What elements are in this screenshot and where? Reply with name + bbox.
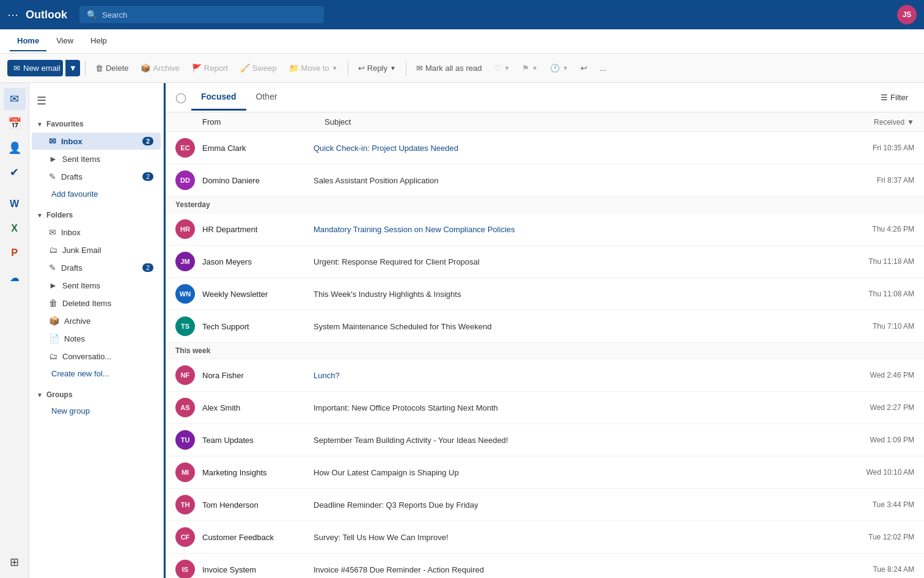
tab-other[interactable]: Other — [246, 84, 287, 111]
flag-button[interactable]: ⚑ ▼ — [517, 60, 543, 76]
email-row[interactable]: DDDomino DaniereSales Assistant Position… — [166, 164, 924, 197]
reply-icon: ↩ — [358, 64, 365, 73]
delete-button[interactable]: 🗑 Delete — [90, 60, 134, 76]
sidebar-icon-excel[interactable]: X — [4, 218, 26, 240]
email-received: Fri 10:35 AM — [835, 144, 914, 152]
tab-view[interactable]: View — [49, 31, 81, 51]
email-row[interactable]: ASAlex SmithImportant: New Office Protoc… — [166, 392, 924, 424]
select-all-check[interactable]: ◯ — [175, 92, 186, 103]
snooze-icon: 🕐 — [550, 64, 560, 73]
sidebar-icons: ✉ 📅 👤 ✔ W X P ☁ ⊞ — [0, 83, 29, 578]
nav-item-drafts-folder[interactable]: ✎ Drafts 2 — [32, 259, 161, 276]
email-received: Thu 11:18 AM — [835, 257, 914, 266]
email-row[interactable]: ECEmma ClarkQuick Check-in: Project Upda… — [166, 132, 924, 164]
like-button[interactable]: ♡ ▼ — [489, 60, 515, 76]
folders-label: Folders — [46, 211, 73, 219]
tab-help[interactable]: Help — [83, 31, 114, 51]
drafts-folder-icon: ✎ — [49, 263, 56, 273]
undo-button[interactable]: ↩ — [576, 60, 592, 76]
new-email-button[interactable]: ✉ New email — [7, 60, 63, 76]
nav-item-sent-folder[interactable]: ► Sent Items — [32, 277, 161, 294]
filter-icon: ☰ — [881, 93, 888, 102]
user-avatar[interactable]: JS — [897, 5, 917, 24]
tab-home[interactable]: Home — [10, 31, 46, 51]
email-subject: Survey: Tell Us How We Can Improve! — [314, 533, 827, 542]
avatar: TU — [175, 430, 195, 450]
email-from: Jason Meyers — [202, 257, 306, 266]
email-row[interactable]: NFNora FisherLunch?Wed 2:46 PM — [166, 359, 924, 392]
email-subject: System Maintenance Scheduled for This We… — [314, 322, 827, 331]
sidebar-icon-tasks[interactable]: ✔ — [4, 161, 26, 183]
search-box[interactable]: 🔍 — [79, 6, 324, 23]
nav-item-archive[interactable]: 📦 Archive — [32, 312, 161, 329]
more-button[interactable]: ... — [595, 60, 611, 76]
groups-chevron: ▼ — [37, 392, 43, 398]
avatar: WN — [175, 284, 195, 304]
email-subject: How Our Latest Campaign is Shaping Up — [314, 468, 827, 477]
sidebar-icon-people[interactable]: 👤 — [4, 137, 26, 159]
apps-grid-icon[interactable]: ⋯ — [7, 8, 18, 21]
new-email-dropdown[interactable]: ▼ — [65, 60, 80, 76]
mark-all-read-button[interactable]: ✉ Mark all as read — [411, 60, 486, 76]
sidebar-icon-onedrive[interactable]: ☁ — [4, 266, 26, 288]
snooze-button[interactable]: 🕐 ▼ — [545, 60, 573, 76]
email-subject: Urgent: Response Required for Client Pro… — [314, 257, 827, 266]
add-favourite-link[interactable]: Add favourite — [29, 186, 163, 202]
avatar: DD — [175, 170, 195, 190]
hamburger-menu[interactable]: ☰ — [34, 92, 49, 110]
filter-button[interactable]: ☰ Filter — [875, 89, 914, 106]
email-row[interactable]: WNWeekly NewsletterThis Week's Industry … — [166, 278, 924, 310]
nav-item-deleted[interactable]: 🗑 Deleted Items — [32, 294, 161, 312]
nav-item-inbox-folder[interactable]: ✉ Inbox — [32, 224, 161, 241]
section-header: This week — [166, 343, 924, 359]
nav-item-drafts-favourite[interactable]: ✎ Drafts 2 — [32, 168, 161, 185]
avatar: TH — [175, 495, 195, 514]
nav-item-inbox-favourite[interactable]: ✉ Inbox 2 — [32, 133, 161, 150]
search-icon: 🔍 — [87, 10, 97, 20]
report-icon: 🚩 — [192, 64, 202, 73]
move-to-button[interactable]: 📁 Move to ▼ — [284, 60, 343, 76]
nav-item-conversations[interactable]: 🗂 Conversatio... — [32, 348, 161, 365]
inbox-label: Inbox — [61, 137, 82, 146]
email-subject: Invoice #45678 Due Reminder - Action Req… — [314, 565, 827, 574]
sidebar-icon-mail[interactable]: ✉ — [4, 88, 26, 110]
search-input[interactable] — [102, 10, 317, 20]
email-from: HR Department — [202, 225, 306, 234]
conversations-icon: 🗂 — [49, 351, 57, 361]
email-row[interactable]: TSTech SupportSystem Maintenance Schedul… — [166, 310, 924, 343]
groups-section[interactable]: ▼ Groups — [29, 387, 163, 403]
email-subject: This Week's Industry Highlights & Insigh… — [314, 290, 827, 299]
report-button[interactable]: 🚩 Report — [187, 60, 233, 76]
email-row[interactable]: ISInvoice SystemInvoice #45678 Due Remin… — [166, 554, 924, 578]
email-row[interactable]: TUTeam UpdatesSeptember Team Building Ac… — [166, 424, 924, 456]
inbox-icon: ✉ — [49, 136, 56, 146]
email-row[interactable]: MIMarketing InsightsHow Our Latest Campa… — [166, 456, 924, 489]
email-row[interactable]: JMJason MeyersUrgent: Response Required … — [166, 246, 924, 278]
sidebar-icon-powerpoint[interactable]: P — [4, 242, 26, 264]
archive-button[interactable]: 📦 Archive — [136, 60, 184, 76]
email-from: Weekly Newsletter — [202, 290, 306, 299]
nav-item-junk[interactable]: 🗂 Junk Email — [32, 241, 161, 258]
new-group-link[interactable]: New group — [29, 403, 163, 419]
received-header[interactable]: Received ▼ — [829, 118, 914, 126]
reply-button[interactable]: ↩ Reply ▼ — [353, 60, 401, 76]
create-new-folder-link[interactable]: Create new fol... — [29, 365, 163, 382]
email-row[interactable]: HRHR DepartmentMandatory Training Sessio… — [166, 213, 924, 246]
nav-item-notes[interactable]: 📄 Notes — [32, 330, 161, 347]
favourites-chevron: ▼ — [37, 121, 43, 128]
sort-icon: ▼ — [907, 118, 914, 126]
tab-focused[interactable]: Focused — [191, 84, 246, 111]
drafts-icon: ✎ — [49, 172, 56, 181]
nav-item-sent-favourite[interactable]: ► Sent Items — [32, 150, 161, 167]
sidebar-icon-apps[interactable]: ⊞ — [4, 551, 26, 573]
folders-section[interactable]: ▼ Folders — [29, 207, 163, 223]
top-bar: ⋯ Outlook 🔍 JS — [0, 0, 924, 29]
email-received: Tue 8:24 AM — [835, 565, 914, 574]
email-from: Team Updates — [202, 436, 306, 445]
sidebar-icon-word[interactable]: W — [4, 193, 26, 215]
favourites-section[interactable]: ▼ Favourites — [29, 116, 163, 132]
sweep-button[interactable]: 🧹 Sweep — [235, 60, 282, 76]
sidebar-icon-calendar[interactable]: 📅 — [4, 112, 26, 134]
email-row[interactable]: CFCustomer FeedbackSurvey: Tell Us How W… — [166, 521, 924, 554]
email-row[interactable]: THTom HendersonDeadline Reminder: Q3 Rep… — [166, 489, 924, 521]
